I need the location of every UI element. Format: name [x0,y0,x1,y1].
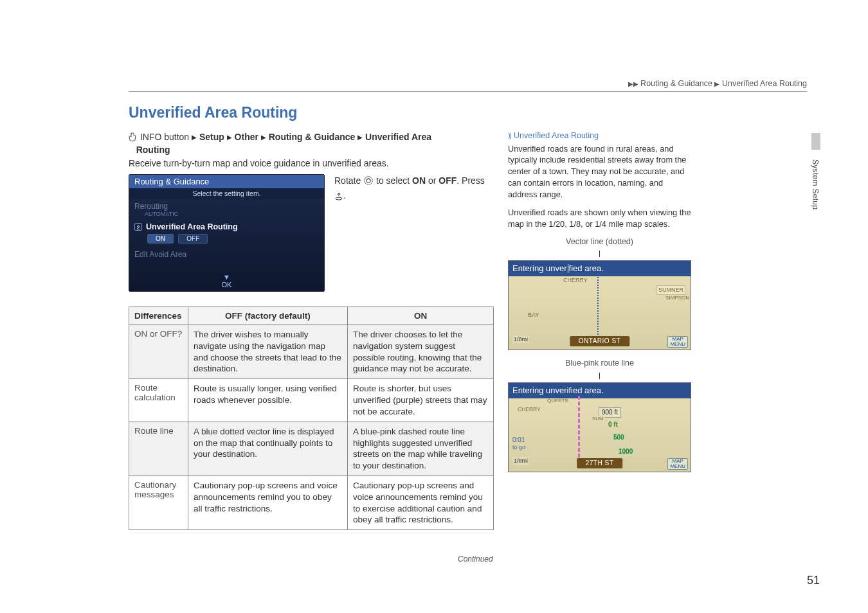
map1-banner-b: fied area. [569,263,604,273]
sidebar-heading: ⟫Unverified Area Routing [508,130,691,142]
rotate-instruction: Rotate to select ON or OFF. Press . [334,174,495,204]
map2-cherry-label: CHERRY [518,406,541,414]
table-row: ON or OFF? The driver wishes to manually… [129,325,494,379]
note-icon: ⟫ [508,132,512,139]
rotate-or: or [426,175,439,186]
cell-label: Route line [129,422,188,475]
screenshot-on-button: ON [147,234,174,244]
map1-menu-button: MAP MENU [667,336,688,348]
map2-menu-line2: MENU [670,464,685,469]
rotate-off: OFF [439,175,457,186]
svg-point-0 [365,177,373,185]
breadcrumb: ▶▶ Routing & Guidance ▶ Unverified Area … [628,79,807,88]
cell-off: A blue dotted vector line is displayed o… [188,422,348,475]
chevron-right-icon: ▶ [261,134,266,141]
map2-caption: Blue-pink route line [508,358,691,369]
map1-street-pill: ONTARIO ST [570,336,629,346]
map-illustration-2: Entering unverified area. CHERRY QUEETS … [508,382,691,472]
chevron-right-icon: ▶ [628,80,633,87]
map1-menu-line2: MENU [670,342,685,347]
map2-menu-button: MAP MENU [667,458,688,470]
cell-label: Cautionary messages [129,475,188,529]
map2-distance-3: 500 [611,433,626,442]
rotate-on: ON [412,175,426,186]
map1-split-line [568,264,568,273]
sidebar-para-2: Unverified roads are shown only when vie… [508,207,691,230]
rotate-period: . [343,190,346,200]
page-number: 51 [807,574,820,587]
rotate-pre: Rotate [334,175,363,186]
map-illustration-1: Entering unverfied area. CHERRY SUMNER S… [508,260,691,350]
screenshot-title: Routing & Guidance [129,175,324,188]
chevron-right-icon: ▶ [633,80,638,87]
map1-cherry-label: CHERRY [563,276,588,285]
chevron-right-icon: ▶ [227,134,232,141]
cell-off: The driver wishes to manually navigate u… [188,325,348,379]
cell-on: A blue-pink dashed route line highlights… [348,422,494,475]
cell-on: Route is shorter, but uses unverified (p… [348,379,494,422]
path-unverified-area: Unverified Area [365,132,431,142]
map1-banner: Entering unverfied area. [509,261,691,276]
breadcrumb-part-2: Unverified Area Routing [722,79,807,88]
table-header-row: Differences OFF (factory default) ON [129,307,494,325]
th-off: OFF (factory default) [188,307,348,325]
continued-label: Continued [458,555,493,564]
sidebar-heading-text: Unverified Area Routing [514,131,599,140]
svg-point-2 [336,197,342,200]
map1-caption: Vector line (dotted) [508,236,691,248]
screenshot-row-number: 2 [134,223,142,231]
screenshot-ok-indicator: ▼ OK [222,273,232,289]
screenshot-row-label: Unverified Area Routing [146,222,238,231]
rotate-post: . Press [457,175,485,186]
table-row: Cautionary messages Cautionary pop-up sc… [129,475,494,529]
section-tab-marker [811,133,820,150]
map2-banner-text: Entering unverified area. [512,386,604,395]
sidebar-para-1: Unverified roads are found in rural area… [508,143,691,201]
rotate-mid: to select [374,175,412,186]
cell-label: Route calculation [129,379,188,422]
map2-street-pill: 27TH ST [577,458,623,468]
dial-icon [363,175,374,189]
chevron-right-icon: ▶ [357,134,363,141]
map1-banner-a: Entering unver [512,263,567,273]
screenshot-dim-sub: AUTOMATIC [145,211,319,217]
map2-dashed-line [578,396,580,463]
section-tab-label: System Setup [811,159,820,209]
map1-bay-label: BAY [528,311,539,319]
map2-queets-label: QUEETS [547,397,568,404]
table-row: Route line A blue dotted vector line is … [129,422,494,475]
path-routing-guidance: Routing & Guidance [269,132,356,142]
hand-icon [129,132,138,145]
screenshot-dim-item-2: Edit Avoid Area [134,250,319,259]
header-divider [129,91,807,92]
path-routing: Routing [136,145,170,155]
breadcrumb-part-1: Routing & Guidance [640,79,712,88]
chevron-right-icon: ▶ [192,134,197,141]
cell-on: Cautionary pop-up screens and voice anno… [348,475,494,529]
screenshot-subtitle: Select the setting item. [129,188,324,199]
path-other: Other [235,132,258,142]
screenshot-off-button: OFF [178,234,208,244]
pointer-line-icon [599,251,600,257]
sidebar-note: ⟫Unverified Area Routing Unverified road… [508,130,691,472]
map1-dotted-line [597,274,599,335]
map1-scale: 1/8mi [512,335,529,344]
section-heading: Unverified Area Routing [129,104,297,121]
map1-sumner-label: SUMNER [656,285,685,295]
chevron-right-icon: ▶ [714,80,719,87]
screenshot-ok-label: OK [222,281,232,289]
map2-togo: to go [512,443,525,452]
map2-banner: Entering unverified area. [509,383,691,398]
map2-sum-label: SUM [591,415,605,422]
cell-label: ON or OFF? [129,325,188,379]
th-differences: Differences [129,307,188,325]
screenshot-dim-item: Rerouting [134,202,319,211]
press-icon [334,191,343,204]
settings-screenshot: Routing & Guidance Select the setting it… [129,174,325,292]
cell-off: Route is usually longer, using verified … [188,379,348,422]
cell-on: The driver chooses to let the navigation… [348,325,494,379]
down-arrow-icon: ▼ [222,273,232,281]
map2-scale: 1/8mi [512,457,529,465]
map1-simpson-label: SIMPSON [665,294,689,301]
path-info-button: INFO button [140,132,189,142]
